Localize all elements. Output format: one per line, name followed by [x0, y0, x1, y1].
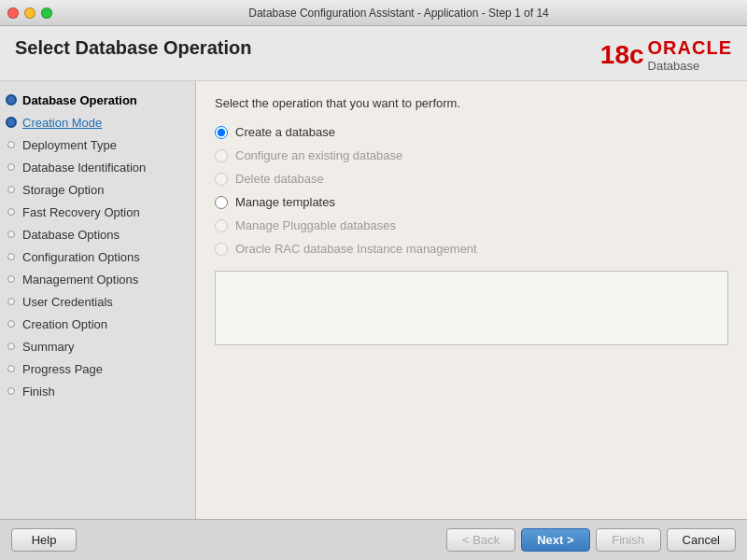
content-area: Database Operation Creation Mode Deploym…	[0, 81, 747, 519]
sidebar-dot-database-identification	[4, 160, 19, 175]
window-title: Database Configuration Assistant - Appli…	[58, 7, 740, 20]
oracle-version: 18c	[600, 40, 644, 70]
sidebar-label-fast-recovery-option: Fast Recovery Option	[22, 205, 140, 219]
sidebar-item-creation-mode[interactable]: Creation Mode	[0, 111, 195, 133]
titlebar: Database Configuration Assistant - Appli…	[0, 0, 747, 26]
label-create-database: Create a database	[235, 125, 335, 139]
sidebar-label-progress-page: Progress Page	[22, 362, 103, 376]
radio-manage-pluggable[interactable]	[215, 219, 228, 232]
sidebar-item-database-operation[interactable]: Database Operation	[0, 89, 195, 111]
sidebar-label-user-credentials: User Credentials	[22, 295, 113, 309]
minimize-button[interactable]	[24, 7, 35, 19]
finish-button[interactable]: Finish	[596, 528, 661, 552]
sidebar-dot-creation-option	[4, 316, 19, 331]
main-window: Select Database Operation 18c ORACLE Dat…	[0, 26, 747, 560]
radio-item-delete-database[interactable]: Delete database	[215, 172, 728, 186]
sidebar-dot-deployment-type	[4, 137, 19, 152]
sidebar-dot-user-credentials	[4, 294, 19, 309]
footer-right: < Back Next > Finish Cancel	[446, 528, 736, 552]
sidebar-item-summary: Summary	[0, 335, 195, 357]
label-manage-templates: Manage templates	[235, 195, 335, 209]
radio-delete-database[interactable]	[215, 173, 228, 186]
instruction-text: Select the operation that you want to pe…	[215, 96, 728, 110]
operation-radio-group: Create a database Configure an existing …	[215, 125, 728, 256]
radio-item-manage-pluggable[interactable]: Manage Pluggable databases	[215, 218, 728, 232]
sidebar-item-progress-page: Progress Page	[0, 357, 195, 380]
info-box	[215, 271, 728, 345]
sidebar-item-configuration-options: Configuration Options	[0, 245, 195, 268]
sidebar-label-database-options: Database Options	[22, 228, 120, 242]
sidebar-label-finish: Finish	[22, 385, 55, 399]
sidebar-item-user-credentials: User Credentials	[0, 290, 195, 313]
sidebar-dot-database-options	[4, 227, 19, 242]
label-configure-existing: Configure an existing database	[235, 148, 402, 162]
sidebar: Database Operation Creation Mode Deploym…	[0, 81, 196, 519]
oracle-brand: ORACLE	[648, 37, 732, 59]
cancel-button[interactable]: Cancel	[667, 528, 736, 552]
sidebar-label-database-identification: Database Identification	[22, 161, 146, 175]
sidebar-label-creation-mode: Creation Mode	[22, 116, 102, 130]
sidebar-dot-progress-page	[4, 361, 19, 376]
sidebar-dot-finish	[4, 384, 19, 399]
header: Select Database Operation 18c ORACLE Dat…	[0, 26, 747, 81]
sidebar-item-database-identification: Database Identification	[0, 156, 195, 178]
sidebar-label-configuration-options: Configuration Options	[22, 250, 140, 264]
sidebar-dot-database-operation	[4, 92, 19, 107]
sidebar-dot-storage-option	[4, 182, 19, 197]
label-manage-pluggable: Manage Pluggable databases	[235, 218, 396, 232]
radio-item-configure-existing[interactable]: Configure an existing database	[215, 148, 728, 162]
sidebar-dot-creation-mode	[4, 115, 19, 130]
sidebar-item-fast-recovery-option: Fast Recovery Option	[0, 201, 195, 223]
sidebar-dot-summary	[4, 339, 19, 354]
label-delete-database: Delete database	[235, 172, 324, 186]
close-button[interactable]	[7, 7, 19, 19]
sidebar-label-summary: Summary	[22, 340, 75, 354]
sidebar-dot-fast-recovery-option	[4, 204, 19, 219]
sidebar-dot-configuration-options	[4, 249, 19, 264]
back-button[interactable]: < Back	[446, 528, 515, 552]
radio-item-create-database[interactable]: Create a database	[215, 125, 728, 139]
sidebar-label-deployment-type: Deployment Type	[22, 138, 117, 152]
sidebar-item-deployment-type: Deployment Type	[0, 133, 195, 156]
radio-configure-existing[interactable]	[215, 149, 228, 162]
sidebar-item-storage-option: Storage Option	[0, 178, 195, 201]
sidebar-item-finish: Finish	[0, 380, 195, 402]
radio-create-database[interactable]	[215, 126, 228, 139]
radio-manage-templates[interactable]	[215, 196, 228, 209]
radio-item-manage-templates[interactable]: Manage templates	[215, 195, 728, 209]
page-title: Select Database Operation	[15, 37, 251, 59]
footer: Help < Back Next > Finish Cancel	[0, 519, 747, 560]
label-oracle-rac: Oracle RAC database Instance management	[235, 242, 477, 256]
main-panel: Select the operation that you want to pe…	[196, 81, 747, 519]
sidebar-item-creation-option: Creation Option	[0, 313, 195, 335]
oracle-product: Database	[648, 59, 700, 73]
radio-oracle-rac[interactable]	[215, 243, 228, 256]
radio-item-oracle-rac[interactable]: Oracle RAC database Instance management	[215, 242, 728, 256]
help-button[interactable]: Help	[11, 528, 77, 552]
sidebar-item-database-options: Database Options	[0, 223, 195, 245]
sidebar-dot-management-options	[4, 272, 19, 287]
next-button[interactable]: Next >	[521, 528, 589, 552]
oracle-logo: 18c ORACLE Database	[600, 37, 732, 73]
footer-left: Help	[11, 528, 77, 552]
sidebar-label-database-operation: Database Operation	[22, 93, 137, 107]
sidebar-label-storage-option: Storage Option	[22, 183, 104, 197]
sidebar-item-management-options: Management Options	[0, 268, 195, 290]
oracle-text: ORACLE Database	[648, 37, 732, 73]
sidebar-label-creation-option: Creation Option	[22, 317, 107, 331]
sidebar-label-management-options: Management Options	[22, 273, 138, 287]
maximize-button[interactable]	[41, 7, 52, 19]
